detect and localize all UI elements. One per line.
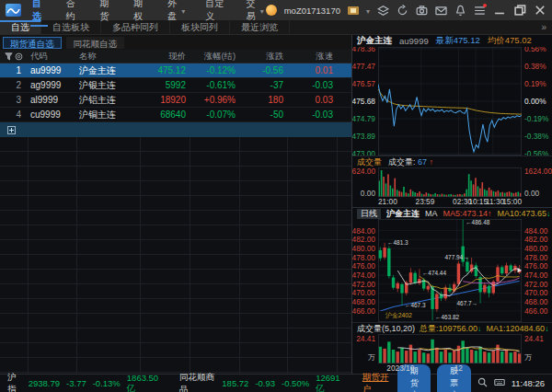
menu-options[interactable]: 期权 bbox=[132, 0, 149, 26]
filter-icon[interactable] bbox=[5, 52, 13, 61]
col-code[interactable]: 代码 bbox=[28, 51, 76, 63]
settings-gear-icon[interactable] bbox=[15, 52, 23, 61]
kline-yaxis-right: 484.00482.00480.00478.00476.00474.00472.… bbox=[522, 219, 552, 322]
down-arrow-icon: ↓ bbox=[477, 324, 482, 333]
kline-header: 日线 沪金主连 MA MA5:473.14↑ MA10:473.65↓ MA20… bbox=[352, 207, 552, 219]
col-pct[interactable]: 涨幅(结) bbox=[190, 51, 239, 63]
camera-icon[interactable] bbox=[416, 5, 428, 16]
volume-tab[interactable]: 成交量 bbox=[357, 156, 382, 168]
volume-readout: 成交量: 67 ↑ bbox=[388, 156, 433, 168]
kvol-ma1: MA1:120484.60↓ bbox=[487, 324, 549, 333]
mail-icon[interactable] bbox=[435, 5, 447, 16]
last-price: 最新475.12 bbox=[436, 35, 480, 47]
index2-name[interactable]: 同花顺商品 bbox=[179, 372, 215, 392]
empty-grid bbox=[0, 137, 351, 374]
intraday-volume-chart[interactable] bbox=[378, 167, 522, 197]
tabs-overflow-icon[interactable] bbox=[535, 20, 552, 34]
up-arrow-icon: ↑ bbox=[488, 209, 492, 218]
col-speed[interactable]: 涨速 bbox=[287, 51, 337, 63]
avg-price: 均价475.02 bbox=[488, 35, 532, 47]
svg-text:467.7→: 467.7→ bbox=[457, 300, 478, 306]
kline-instrument: 沪金主连 bbox=[386, 208, 420, 220]
col-chg[interactable]: 涨跌 bbox=[239, 51, 287, 63]
username[interactable]: moZ01713170 bbox=[284, 6, 340, 16]
app-logo-icon[interactable] bbox=[6, 4, 21, 17]
table-row[interactable]: 2 ag9999 沪银主连 5992 -0.61% -37 -0.03 bbox=[0, 78, 351, 93]
subtab-futures-watchlist[interactable]: 期货通自选 bbox=[3, 37, 62, 49]
search-icon[interactable] bbox=[477, 377, 488, 389]
refresh-icon[interactable] bbox=[397, 5, 408, 16]
watchlist-subtabs: 期货通自选 同花顺自选 bbox=[0, 35, 351, 50]
index2-chg: -0.93 bbox=[255, 378, 275, 388]
menu-futures[interactable]: 期货 bbox=[98, 0, 116, 26]
user-menu-caret-icon[interactable] bbox=[366, 6, 370, 16]
up-arrow-icon: ↑ bbox=[430, 157, 434, 167]
instrument-name[interactable]: 沪金主连 bbox=[357, 35, 392, 47]
menu-trade[interactable]: 交易 bbox=[245, 0, 266, 26]
open-futures-account-link[interactable]: 期货开户 bbox=[362, 372, 391, 392]
chart-panel: 沪金主连 au9999 最新475.12 均价475.02 478.36477.… bbox=[352, 35, 552, 374]
svg-text:←486.48: ←486.48 bbox=[466, 219, 490, 225]
svg-text:←463.82: ←463.82 bbox=[435, 314, 460, 320]
index1-amount: 1863.50亿 bbox=[127, 373, 160, 392]
col-name[interactable]: 名称 bbox=[76, 51, 140, 63]
status-bar: 沪指 2938.79 -3.77 -0.13% 1863.50亿 同花顺商品 1… bbox=[0, 374, 552, 392]
index1-chg: -3.77 bbox=[66, 378, 86, 388]
menu-overseas[interactable]: 外盘 bbox=[166, 0, 187, 26]
period-tab[interactable]: 日线 bbox=[357, 209, 381, 219]
caret-down-icon bbox=[260, 6, 264, 16]
index1-pct: -0.13% bbox=[93, 378, 121, 388]
svg-text:←481.3: ←481.3 bbox=[387, 239, 408, 246]
restore-button[interactable] bbox=[513, 5, 526, 16]
menu-contracts[interactable]: 合约 bbox=[64, 0, 82, 26]
index2-pct: -0.50% bbox=[282, 378, 309, 388]
kline-chart[interactable]: ←481.3←486.48←474.44←467.3←463.82477.94→… bbox=[378, 219, 522, 322]
menu-list-icon[interactable] bbox=[474, 5, 486, 16]
user-level-badge bbox=[348, 6, 359, 15]
down-arrow-icon: ↓ bbox=[545, 324, 549, 333]
svg-text:←467.3: ←467.3 bbox=[405, 302, 426, 308]
kvol-total: 总量:109756.00↓ bbox=[420, 323, 482, 335]
intraday-yaxis-right: 0.56%0.38%0.19%0.00%-0.19%-0.38%-0.56% bbox=[522, 47, 552, 156]
user-avatar[interactable] bbox=[266, 5, 277, 16]
header-icons bbox=[0, 52, 28, 61]
intraday-vol-yaxis-right: 1624.00 0.00 bbox=[522, 167, 552, 197]
bell-icon[interactable] bbox=[454, 5, 466, 16]
kvol-label[interactable]: 成交量(5,10,20) bbox=[357, 323, 415, 335]
notification-dot bbox=[483, 4, 487, 7]
instrument-code: au9999 bbox=[399, 36, 429, 46]
close-button[interactable] bbox=[534, 5, 546, 16]
add-icon bbox=[7, 126, 16, 134]
intraday-time-axis: 21:0023:5902:3010:1511:3015:00 bbox=[378, 197, 522, 207]
clock-time: 11:48:26 bbox=[512, 378, 545, 388]
main-area: 期货通自选 同花顺自选 代码 名称 现价 涨幅(结) 涨跌 涨速 1 au999… bbox=[0, 35, 552, 374]
table-row[interactable]: 4 cu9999 沪铜主连 68640 -0.07% -50 -0.03 bbox=[0, 108, 351, 122]
ma5-value: MA5:473.14↑ bbox=[443, 209, 492, 218]
table-row[interactable]: 1 au9999 沪金主连 475.12 -0.12% -0.56 0.01 bbox=[0, 63, 351, 78]
index2-amount: 12691亿 bbox=[316, 373, 343, 392]
table-row[interactable]: 3 al9999 沪铝主连 18920 +0.96% 180 0.03 bbox=[0, 93, 351, 108]
kline-volume-chart[interactable] bbox=[378, 334, 522, 363]
down-arrow-icon: ↓ bbox=[546, 209, 551, 218]
menu-custom[interactable]: 自定义 bbox=[203, 0, 227, 26]
app-window: 自选 合约 期货 期权 外盘 自定义 交易 moZ01713170 自选 自选板… bbox=[0, 0, 552, 392]
index1-price: 2938.79 bbox=[29, 378, 60, 388]
view-tabs-bar: 自选 自选板块 多品种同列 板块同列 最近浏览 bbox=[0, 20, 552, 35]
col-price[interactable]: 现价 bbox=[140, 51, 190, 63]
caret-down-icon bbox=[181, 6, 185, 16]
index1-name[interactable]: 沪指 bbox=[7, 372, 22, 392]
kvol-yaxis-right: 24.41 万 bbox=[522, 334, 552, 363]
kline-date-axis: 2023/1012 bbox=[378, 363, 522, 374]
minimize-button[interactable] bbox=[493, 5, 506, 16]
ma-label: MA bbox=[425, 209, 438, 218]
svg-text:沪金2402: 沪金2402 bbox=[385, 312, 412, 319]
svg-text:←474.44: ←474.44 bbox=[422, 270, 447, 276]
subtab-ths-watchlist[interactable]: 同花顺自选 bbox=[66, 37, 125, 49]
kline-yaxis-left: 484.00482.00480.00478.00476.00474.00472.… bbox=[352, 219, 378, 322]
intraday-chart[interactable] bbox=[378, 47, 522, 156]
menu-watchlist[interactable]: 自选 bbox=[30, 0, 48, 26]
multi-screen-icon[interactable] bbox=[377, 5, 389, 16]
add-instrument-row[interactable] bbox=[0, 122, 351, 137]
watchlist-panel: 期货通自选 同花顺自选 代码 名称 现价 涨幅(结) 涨跌 涨速 1 au999… bbox=[0, 35, 352, 374]
keyboard-icon[interactable] bbox=[494, 377, 505, 389]
